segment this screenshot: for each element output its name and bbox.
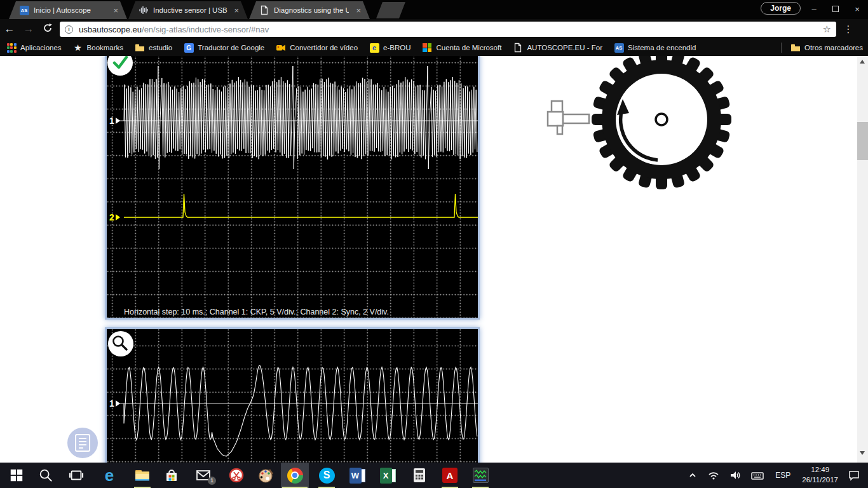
minimize-button[interactable]: –	[803, 0, 825, 18]
bookmark-item[interactable]: Aplicaciones	[6, 43, 62, 53]
url-text[interactable]: usbautoscope.eu/en/sig-atlas/inductive-s…	[79, 25, 269, 34]
video-camera-icon	[276, 43, 286, 53]
tab-close-icon[interactable]: ×	[112, 6, 119, 15]
bookmark-star-icon[interactable]: ☆	[823, 24, 831, 35]
scrollbar-thumb[interactable]	[857, 122, 868, 160]
page-info-icon[interactable]: i	[65, 25, 73, 34]
new-tab-button[interactable]	[376, 2, 405, 18]
action-center-icon[interactable]	[848, 469, 860, 482]
touch-keyboard-icon[interactable]	[750, 469, 764, 482]
back-button[interactable]: ←	[0, 23, 19, 36]
close-button[interactable]: ×	[846, 0, 868, 18]
taskbar-skype-icon[interactable]: S	[313, 463, 341, 488]
taskbar-snipping-tool-icon[interactable]	[222, 463, 250, 488]
taskbar-start-icon[interactable]	[3, 463, 31, 488]
taskbar-chrome-icon[interactable]	[281, 463, 309, 488]
bookmark-label: Convertidor de vídeo	[290, 44, 358, 51]
waveform-icon	[139, 5, 149, 15]
tab-strip: ASInicio | Autoscope×Inductive sensor | …	[0, 0, 868, 19]
folder-icon	[790, 43, 801, 53]
autoscope-as-icon: AS	[19, 5, 29, 15]
bookmark-label: Traductor de Google	[198, 44, 264, 51]
svg-text:1: 1	[109, 116, 114, 126]
browser-tab-3[interactable]: Diagnostics using the US×	[249, 1, 370, 19]
browser-tab-1[interactable]: ASInicio | Autoscope×	[9, 1, 127, 19]
bookmark-label: e-BROU	[383, 44, 410, 51]
contents-list-icon	[73, 433, 92, 453]
taskbar-mail-icon[interactable]: 1	[189, 463, 217, 488]
bookmark-item[interactable]: GTraductor de Google	[184, 43, 264, 53]
bookmark-item[interactable]: AUTOSCOPE.EU - For	[513, 43, 602, 53]
bookmark-label: Cuenta de Microsoft	[436, 44, 501, 51]
tab-close-icon[interactable]: ×	[355, 6, 362, 15]
clock-date: 26/11/2017	[802, 475, 838, 485]
bookmark-item[interactable]: ★Bookmarks	[73, 43, 124, 53]
bookmark-label: Sistema de encendid	[628, 44, 696, 51]
star-icon: ★	[73, 43, 83, 53]
document-icon	[259, 5, 269, 15]
volume-icon[interactable]	[729, 469, 742, 482]
svg-text:Horizontal step: 10 ms.; Chann: Horizontal step: 10 ms.; Channel 1: CKP,…	[124, 308, 389, 316]
taskbar-acrobat-icon[interactable]: A	[436, 463, 464, 488]
bookmark-item[interactable]: estudio	[135, 43, 172, 53]
restore-icon	[832, 6, 839, 12]
trigger-wheel-diagram	[544, 56, 745, 212]
e-brou-icon: e	[369, 43, 379, 53]
bookmark-label: Otros marcadores	[804, 44, 863, 51]
taskbar-word-icon[interactable]: W	[343, 463, 371, 488]
taskbar-calculator-icon[interactable]	[405, 463, 433, 488]
restore-button[interactable]	[825, 0, 846, 18]
bookmark-item[interactable]: ASSistema de encendid	[614, 43, 696, 53]
apps-grid-icon	[6, 43, 17, 53]
taskbar-paint-icon[interactable]	[252, 463, 280, 488]
scroll-up-arrow[interactable]	[860, 60, 865, 64]
wifi-icon[interactable]	[707, 469, 720, 482]
tab-title: Inductive sensor | USB Au	[153, 6, 228, 14]
forward-button[interactable]: →	[19, 23, 38, 36]
desktop-screen: ASInicio | Autoscope×Inductive sensor | …	[0, 0, 868, 488]
autoscope-as-icon: AS	[614, 43, 624, 53]
table-of-contents-button[interactable]	[67, 428, 98, 458]
other-bookmarks-folder[interactable]: Otros marcadores	[790, 43, 863, 53]
scroll-down-arrow[interactable]	[860, 451, 865, 455]
taskbar-file-explorer-icon[interactable]	[128, 463, 156, 488]
clock[interactable]: 12:49 26/11/2017	[802, 465, 838, 485]
taskbar-search-icon[interactable]	[32, 463, 60, 488]
tray-chevron-icon[interactable]	[687, 470, 698, 481]
taskbar-edge-icon[interactable]: e	[95, 463, 123, 488]
bookmark-label: Bookmarks	[87, 44, 124, 51]
bookmark-item[interactable]: ee-BROU	[369, 43, 410, 53]
address-bar[interactable]: i usbautoscope.eu/en/sig-atlas/inductive…	[60, 22, 836, 37]
bookmark-item[interactable]: Cuenta de Microsoft	[422, 43, 501, 53]
browser-menu-icon[interactable]: ⋮	[836, 24, 860, 35]
bookmarks-separator	[781, 43, 782, 53]
taskbar-task-view-icon[interactable]	[62, 463, 90, 488]
tab-title: Diagnostics using the US	[274, 6, 349, 14]
bookmark-label: AUTOSCOPE.EU - For	[527, 44, 602, 51]
language-indicator[interactable]: ESP	[775, 471, 790, 480]
bookmarks-bar: Aplicaciones★BookmarksestudioGTraductor …	[0, 39, 868, 56]
taskbar-excel-icon[interactable]: X	[374, 463, 402, 488]
profile-button[interactable]: Jorge	[761, 2, 801, 15]
taskbar-usb-autoscope-icon[interactable]	[466, 463, 494, 488]
scope1-waveforms: 12Horizontal step: 10 ms.; Channel 1: CK…	[107, 56, 478, 318]
svg-text:2: 2	[109, 212, 114, 222]
document-icon	[513, 43, 523, 53]
browser-tab-2[interactable]: Inductive sensor | USB Au×	[128, 1, 248, 19]
windows-taskbar: e1SWXA	[0, 463, 868, 488]
tab-title: Inicio | Autoscope	[34, 6, 91, 14]
bookmark-label: Aplicaciones	[20, 44, 62, 51]
taskbar-store-icon[interactable]	[158, 463, 186, 488]
oscillogram-figure-1[interactable]: 12Horizontal step: 10 ms.; Channel 1: CK…	[107, 56, 478, 318]
google-translate-icon: G	[184, 43, 194, 53]
folder-icon	[135, 43, 145, 53]
system-tray: ESP 12:49 26/11/2017	[682, 463, 868, 488]
svg-text:1: 1	[109, 398, 114, 409]
tab-close-icon[interactable]: ×	[233, 6, 240, 15]
window-controls: – ×	[803, 0, 868, 18]
reload-button[interactable]	[38, 23, 57, 36]
page-scrollbar[interactable]	[857, 56, 868, 488]
bookmark-item[interactable]: Convertidor de vídeo	[276, 43, 358, 53]
microsoft-icon	[422, 43, 432, 53]
bookmark-label: estudio	[149, 44, 172, 51]
